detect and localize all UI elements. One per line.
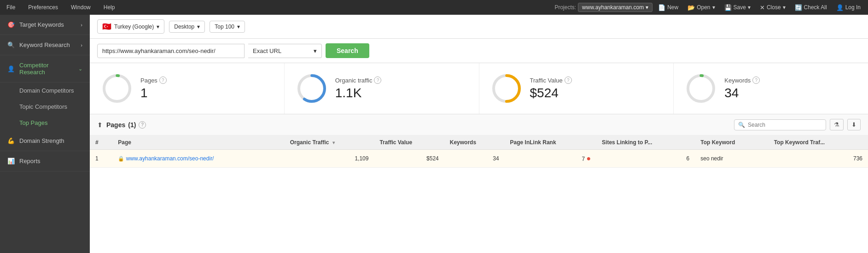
login-button[interactable]: 👤 Log In xyxy=(833,2,864,13)
col-top-keyword: Top Keyword xyxy=(695,135,768,150)
menu-bar: File Preferences Window Help Projects: w… xyxy=(0,0,868,15)
metric-card-keywords: Keywords ? 34 xyxy=(674,63,868,114)
pages-search-wrap: 🔍 xyxy=(734,119,826,130)
sidebar-item-competitor-research[interactable]: 👤 Competitor Research ⌄ xyxy=(0,55,90,82)
row-num: 1 xyxy=(90,150,112,168)
filter-button[interactable]: ⚗ xyxy=(830,119,844,130)
project-value: www.ayhankaraman.com xyxy=(582,4,644,11)
organic-traffic-help-icon[interactable]: ? xyxy=(374,76,381,84)
new-button[interactable]: 📄 New xyxy=(654,2,682,13)
col-page: Page xyxy=(112,135,284,150)
country-dropdown[interactable]: 🇹🇷 Turkey (Google) ▾ xyxy=(97,19,164,34)
pages-table: # Page Organic Traffic ▾ Traffic Value K… xyxy=(90,135,868,168)
menu-bar-right: Projects: www.ayhankaraman.com ▾ 📄 New 📂… xyxy=(554,2,864,13)
sort-arrow-icon: ▾ xyxy=(332,140,335,145)
sidebar-label-competitor-research: Competitor Research xyxy=(19,62,74,76)
save-icon: 💾 xyxy=(724,4,732,11)
metric-info-organic-traffic: Organic traffic ? 1.1K xyxy=(335,76,382,100)
svg-point-6 xyxy=(688,76,714,101)
country-chevron-icon: ▾ xyxy=(157,24,159,30)
sidebar-sub-item-top-pages[interactable]: Top Pages xyxy=(0,115,90,131)
pages-header-right: 🔍 ⚗ ⬇ xyxy=(734,119,861,130)
sidebar-label-reports: Reports xyxy=(19,158,41,165)
new-label: New xyxy=(667,4,678,11)
metric-label-organic-traffic: Organic traffic ? xyxy=(335,76,382,84)
col-sites-linking: Sites Linking to P... xyxy=(596,135,695,150)
pages-header: ⬆ Pages (1) ? 🔍 ⚗ ⬇ xyxy=(90,114,868,135)
competitor-research-icon: 👤 xyxy=(7,65,15,72)
chevron-down-icon-2: ⌄ xyxy=(78,66,82,72)
check-all-button[interactable]: 🔄 Check All xyxy=(791,2,831,13)
country-flag: 🇹🇷 xyxy=(102,22,111,31)
login-icon: 👤 xyxy=(836,4,844,11)
project-select[interactable]: www.ayhankaraman.com ▾ xyxy=(578,3,652,12)
sidebar: 🎯 Target Keywords › 🔍 Keyword Research ›… xyxy=(0,15,90,253)
sidebar-item-target-keywords[interactable]: 🎯 Target Keywords › xyxy=(0,15,90,35)
search-bar: Exact URL ▾ Search xyxy=(90,39,868,63)
metric-value-traffic-value: $524 xyxy=(530,86,572,100)
close-button[interactable]: ✕ Close ▾ xyxy=(756,2,789,13)
top-count-chevron-icon: ▾ xyxy=(237,24,240,30)
metrics-row: Pages ? 1 Organic traffic ? xyxy=(90,63,868,114)
row-page: 🔒 www.ayhankaraman.com/seo-nedir/ xyxy=(112,150,284,168)
keywords-help-icon[interactable]: ? xyxy=(752,76,760,84)
menu-file[interactable]: File xyxy=(4,2,18,12)
col-keywords: Keywords xyxy=(444,135,505,150)
keyword-research-icon: 🔍 xyxy=(7,41,15,48)
metric-card-organic-traffic: Organic traffic ? 1.1K xyxy=(285,63,479,114)
url-input[interactable] xyxy=(97,44,245,58)
sidebar-item-reports[interactable]: 📊 Reports xyxy=(0,151,90,171)
chevron-down-icon: ▾ xyxy=(646,4,648,11)
menu-help[interactable]: Help xyxy=(101,2,118,12)
top-count-dropdown[interactable]: Top 100 ▾ xyxy=(210,21,245,33)
device-dropdown[interactable]: Desktop ▾ xyxy=(169,21,205,33)
sidebar-label-top-pages: Top Pages xyxy=(19,119,47,126)
pages-help-icon[interactable]: ? xyxy=(159,76,167,84)
top-count-label: Top 100 xyxy=(215,24,234,30)
save-button[interactable]: 💾 Save ▾ xyxy=(721,2,754,13)
sidebar-item-domain-strength[interactable]: 💪 Domain Strength xyxy=(0,131,90,151)
sidebar-sub-item-topic-competitors[interactable]: Topic Competitors xyxy=(0,99,90,115)
type-chevron-icon: ▾ xyxy=(314,47,317,54)
menu-window[interactable]: Window xyxy=(68,2,93,12)
search-button[interactable]: Search xyxy=(326,43,369,58)
projects-label: Projects: xyxy=(554,4,576,11)
open-button[interactable]: 📂 Open ▾ xyxy=(684,2,718,13)
save-label: Save xyxy=(734,4,746,11)
traffic-value-help-icon[interactable]: ? xyxy=(565,76,572,84)
metric-label-keywords: Keywords ? xyxy=(724,76,760,84)
row-sites-linking: 6 xyxy=(596,150,695,168)
close-chevron-icon: ▾ xyxy=(783,4,786,11)
pages-count: (1) xyxy=(128,121,136,129)
metric-value-keywords: 34 xyxy=(724,86,760,100)
sidebar-sub-item-domain-competitors[interactable]: Domain Competitors xyxy=(0,82,90,99)
pages-section: ⬆ Pages (1) ? 🔍 ⚗ ⬇ xyxy=(90,114,868,253)
device-chevron-icon: ▾ xyxy=(197,24,200,30)
metric-label-pages: Pages ? xyxy=(140,76,167,84)
row-page-link[interactable]: www.ayhankaraman.com/seo-nedir/ xyxy=(126,155,214,162)
sidebar-label-topic-competitors: Topic Competitors xyxy=(19,103,67,110)
domain-strength-icon: 💪 xyxy=(7,137,15,144)
download-button[interactable]: ⬇ xyxy=(847,119,861,130)
pages-title-text: Pages xyxy=(106,121,125,129)
open-icon: 📂 xyxy=(687,4,695,11)
check-all-icon: 🔄 xyxy=(795,4,802,11)
table-row: 1 🔒 www.ayhankaraman.com/seo-nedir/ 1,10… xyxy=(90,150,868,168)
pages-search-input[interactable] xyxy=(748,122,822,128)
device-label: Desktop xyxy=(174,24,194,30)
sidebar-label-target-keywords: Target Keywords xyxy=(19,21,64,28)
donut-traffic-value xyxy=(490,72,523,105)
sidebar-item-keyword-research[interactable]: 🔍 Keyword Research › xyxy=(0,35,90,55)
check-all-label: Check All xyxy=(804,4,827,11)
type-select[interactable]: Exact URL ▾ xyxy=(248,44,322,58)
menu-preferences[interactable]: Preferences xyxy=(25,2,61,12)
metric-card-pages: Pages ? 1 xyxy=(90,63,285,114)
lock-icon: 🔒 xyxy=(118,156,124,161)
collapse-icon[interactable]: ⬆ xyxy=(97,121,103,129)
pages-section-help-icon[interactable]: ? xyxy=(139,121,146,129)
metric-label-traffic-value: Traffic Value ? xyxy=(530,76,572,84)
col-num: # xyxy=(90,135,112,150)
metric-info-keywords: Keywords ? 34 xyxy=(724,76,760,100)
col-organic-traffic[interactable]: Organic Traffic ▾ xyxy=(285,135,374,150)
row-traffic-value: $524 xyxy=(374,150,444,168)
